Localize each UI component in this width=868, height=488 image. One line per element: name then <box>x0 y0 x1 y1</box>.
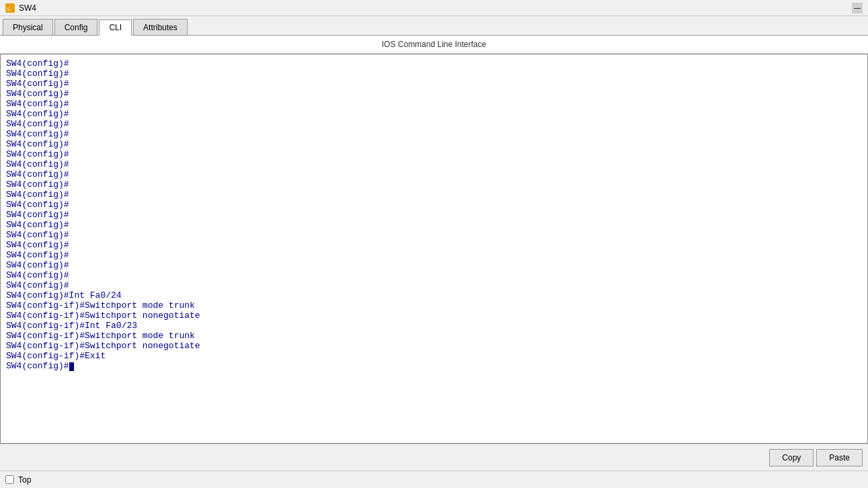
tab-cli[interactable]: CLI <box>99 19 132 36</box>
tab-config[interactable]: Config <box>54 19 98 35</box>
top-label: Top <box>18 475 31 485</box>
app-icon: S <box>5 3 15 13</box>
terminal-output[interactable]: SW4(config)# SW4(config)# SW4(config)# S… <box>0 54 868 444</box>
window-title: SW4 <box>19 3 36 13</box>
paste-button[interactable]: Paste <box>816 449 863 466</box>
status-bar: Top <box>0 471 868 488</box>
copy-button[interactable]: Copy <box>769 449 814 466</box>
top-checkbox[interactable] <box>5 475 14 484</box>
minimize-button[interactable]: — <box>852 3 863 13</box>
cli-header: IOS Command Line Interface <box>0 36 868 54</box>
tab-bar: Physical Config CLI Attributes <box>0 16 868 36</box>
content-area: IOS Command Line Interface SW4(config)# … <box>0 36 868 444</box>
svg-text:S: S <box>7 6 10 12</box>
tab-attributes[interactable]: Attributes <box>133 19 188 35</box>
title-bar-left: S SW4 <box>5 3 36 13</box>
tab-physical[interactable]: Physical <box>3 19 53 35</box>
title-bar-controls: — <box>852 3 863 13</box>
title-bar: S SW4 — <box>0 0 868 16</box>
main-window: S SW4 — Physical Config CLI Attributes I… <box>0 0 868 488</box>
bottom-bar: Copy Paste <box>0 444 868 471</box>
